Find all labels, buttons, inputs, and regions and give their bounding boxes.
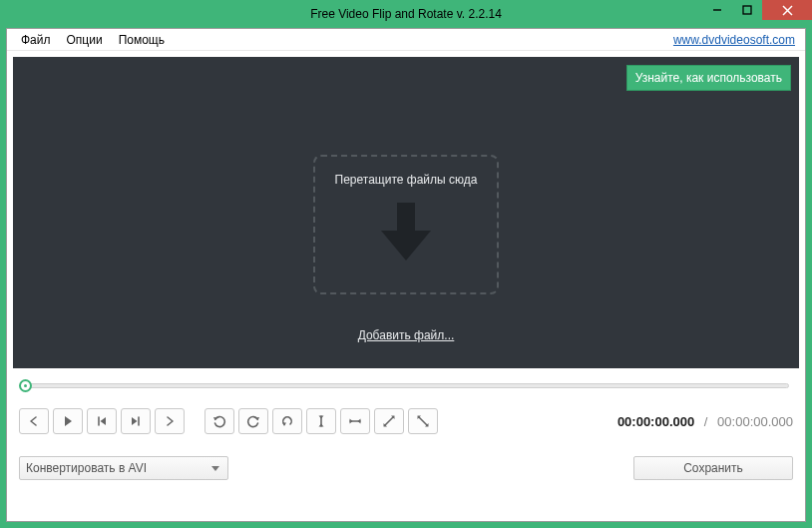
rotate-ccw-icon xyxy=(246,414,260,428)
playback-controls xyxy=(19,408,185,434)
play-button[interactable] xyxy=(53,408,83,434)
svg-line-8 xyxy=(385,417,393,425)
svg-rect-1 xyxy=(743,6,751,14)
site-link[interactable]: www.dvdvideosoft.com xyxy=(673,33,799,47)
download-arrow-icon xyxy=(379,201,433,264)
svg-line-9 xyxy=(419,417,427,425)
transform-controls xyxy=(204,408,438,434)
menu-help[interactable]: Помощь xyxy=(111,31,173,49)
close-icon xyxy=(782,5,793,16)
flip-vertical-button[interactable] xyxy=(306,408,336,434)
video-preview-area: Узнайте, как использовать Перетащите фай… xyxy=(13,57,799,368)
rotate-ccw-button[interactable] xyxy=(238,408,268,434)
time-total: 00:00:00.000 xyxy=(717,414,793,429)
window-title: Free Video Flip and Rotate v. 2.2.14 xyxy=(0,7,812,21)
maximize-button[interactable] xyxy=(732,0,762,20)
skip-forward-icon xyxy=(129,414,143,428)
flip-diag1-button[interactable] xyxy=(374,408,404,434)
menu-options[interactable]: Опции xyxy=(59,31,111,49)
titlebar: Free Video Flip and Rotate v. 2.2.14 xyxy=(0,0,812,28)
add-file-link[interactable]: Добавить файл... xyxy=(358,328,455,342)
learn-how-button[interactable]: Узнайте, как использовать xyxy=(626,65,791,91)
skip-forward-button[interactable] xyxy=(121,408,151,434)
flip-horizontal-icon xyxy=(348,414,362,428)
rotate-180-button[interactable] xyxy=(272,408,302,434)
minimize-icon xyxy=(712,5,722,15)
app-inner: Файл Опции Помощь www.dvdvideosoft.com У… xyxy=(6,28,806,522)
skip-back-button[interactable] xyxy=(87,408,117,434)
minimize-button[interactable] xyxy=(702,0,732,20)
menu-file[interactable]: Файл xyxy=(13,31,59,49)
rotate-cw-icon xyxy=(212,414,226,428)
rotate-cw-button[interactable] xyxy=(204,408,234,434)
maximize-icon xyxy=(742,5,752,15)
close-button[interactable] xyxy=(762,0,812,20)
next-button[interactable] xyxy=(155,408,185,434)
play-icon xyxy=(61,414,75,428)
slider-handle[interactable] xyxy=(19,379,32,392)
flip-horizontal-button[interactable] xyxy=(340,408,370,434)
time-separator: / xyxy=(704,414,708,429)
window-controls xyxy=(702,0,812,20)
time-current: 00:00:00.000 xyxy=(617,414,694,429)
format-select[interactable]: Конвертировать в AVI xyxy=(19,456,228,480)
time-display: 00:00:00.000 / 00:00:00.000 xyxy=(617,414,793,429)
menubar: Файл Опции Помощь www.dvdvideosoft.com xyxy=(7,29,805,51)
skip-back-icon xyxy=(95,414,109,428)
drop-zone-label: Перетащите файлы сюда xyxy=(335,173,478,187)
format-select-value: Конвертировать в AVI xyxy=(26,461,147,475)
drop-zone[interactable]: Перетащите файлы сюда xyxy=(313,155,499,294)
diag1-icon xyxy=(382,414,396,428)
flip-vertical-icon xyxy=(314,414,328,428)
rotate-180-icon xyxy=(280,414,294,428)
arrow-left-icon xyxy=(27,414,41,428)
slider-track xyxy=(23,383,789,388)
timeline-slider[interactable] xyxy=(19,378,793,394)
arrow-right-icon xyxy=(163,414,177,428)
save-button[interactable]: Сохранить xyxy=(633,456,793,480)
flip-diag2-button[interactable] xyxy=(408,408,438,434)
bottom-row: Конвертировать в AVI Сохранить xyxy=(19,456,793,480)
prev-button[interactable] xyxy=(19,408,49,434)
diag2-icon xyxy=(416,414,430,428)
controls-row: 00:00:00.000 / 00:00:00.000 xyxy=(19,408,793,434)
